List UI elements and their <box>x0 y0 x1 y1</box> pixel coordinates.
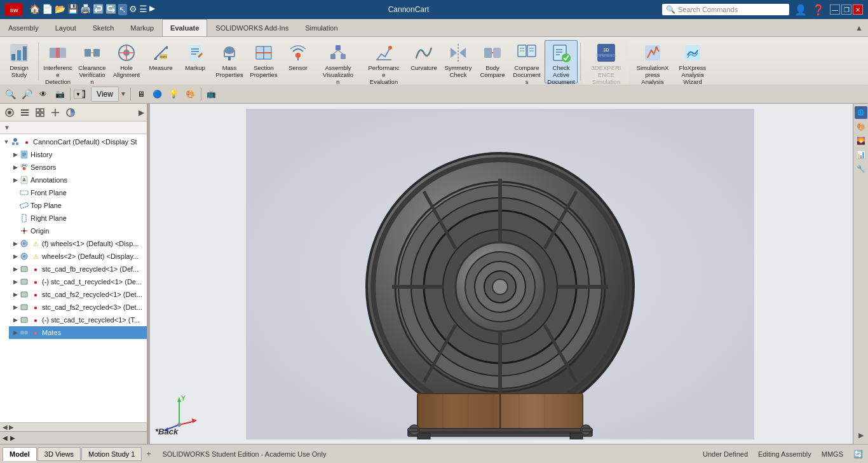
sidebar-pin-button[interactable] <box>48 106 62 120</box>
right-tools-button[interactable]: 🔧 <box>855 162 867 175</box>
mass-properties-button[interactable]: MassProperties <box>213 40 246 83</box>
right-appearance-button[interactable]: 🎨 <box>855 120 867 133</box>
root-expander[interactable]: ▼ <box>3 138 10 146</box>
simulationxpress-button[interactable]: SimulationXpressAnalysis Wizard <box>630 40 675 83</box>
sidebar-grid-button[interactable] <box>33 106 47 120</box>
tab-sketch[interactable]: Sketch <box>85 19 123 36</box>
print-icon[interactable]: 🖨️ <box>80 4 91 15</box>
tree-tc-recycled[interactable]: ▶ ● (-) stc_cad_tc_recycled<1> (T... <box>9 314 147 326</box>
display-style-button[interactable]: 🖥 <box>133 86 149 102</box>
sidebar-chart-button[interactable] <box>64 106 78 120</box>
right-scene-button[interactable]: 🌄 <box>855 134 867 147</box>
tab-model[interactable]: Model <box>3 447 37 461</box>
tree-root[interactable]: ▼ ● CannonCart (Default) <Display St <box>0 135 147 148</box>
tree-top-plane[interactable]: Top Plane <box>9 199 147 212</box>
nav-prev-arrow[interactable]: ◀ <box>3 434 8 441</box>
tab-3d-views[interactable]: 3D Views <box>37 447 81 461</box>
sidebar-filter-button[interactable] <box>3 106 17 120</box>
floxpress-button[interactable]: FloXpressAnalysisWizard <box>676 40 709 83</box>
tree-front-plane[interactable]: Front Plane <box>9 186 147 199</box>
shadows-button[interactable]: 🔵 <box>150 86 165 102</box>
tree-history[interactable]: ▶ History <box>9 148 147 161</box>
tree-wheels2[interactable]: ▶ ⚠ wheels<2> (Default) <Display... <box>9 250 147 263</box>
lighting-button[interactable]: 💡 <box>166 86 182 102</box>
save-icon[interactable]: 💾 <box>67 4 78 15</box>
symmetry-check-button[interactable]: SymmetryCheck <box>442 40 475 83</box>
undo-icon[interactable]: ↩️ <box>93 4 104 15</box>
tab-layout[interactable]: Layout <box>47 19 85 36</box>
measure-button[interactable]: mm Measure <box>144 40 177 83</box>
ribbon-collapse-button[interactable]: ▲ <box>850 24 868 32</box>
rebuild-icon[interactable]: 🔄 <box>853 450 863 459</box>
right-expand-button[interactable]: ▶ <box>855 429 867 441</box>
search-tool-button[interactable]: 🔍 <box>3 86 18 102</box>
tree-sensors[interactable]: ▶ Sensors <box>9 161 147 174</box>
tab-addins[interactable]: SOLIDWORKS Add-Ins <box>207 19 297 36</box>
new-icon[interactable]: 📄 <box>42 4 53 15</box>
screen-capture-button[interactable]: 📺 <box>204 86 219 102</box>
scroll-right-arrow[interactable]: ▶ <box>9 424 14 431</box>
clearance-verification-button[interactable]: ↔ ClearanceVerification <box>76 40 109 83</box>
sidebar-expand-arrow[interactable]: ▶ <box>139 108 144 117</box>
tree-right-plane[interactable]: Right Plane <box>9 212 147 225</box>
tab-motion-study[interactable]: Motion Study 1 <box>81 447 142 461</box>
mates-expander[interactable]: ▶ <box>11 329 19 336</box>
tab-markup[interactable]: Markup <box>122 19 162 36</box>
wheels2-expander[interactable]: ▶ <box>11 252 19 260</box>
tab-simulation[interactable]: Simulation <box>297 19 346 36</box>
body-compare-button[interactable]: BodyCompare <box>476 40 509 83</box>
tc-recycled-expander[interactable]: ▶ <box>11 316 19 324</box>
search-commands-box[interactable]: 🔍 Search Commands <box>662 4 789 15</box>
markup-button[interactable]: Markup <box>179 40 212 83</box>
help-icon[interactable]: ❓ <box>812 4 825 16</box>
viewport[interactable]: Y *Back <box>147 104 853 444</box>
home-icon[interactable]: 🏠 <box>29 4 40 15</box>
design-study-button[interactable]: DesignStudy <box>3 40 36 83</box>
camera-button[interactable]: 📷 <box>52 86 67 102</box>
right-eval-button[interactable]: 📊 <box>855 148 867 161</box>
expand-icon[interactable]: ▶ <box>149 4 155 15</box>
fb-recycled-expander[interactable]: ▶ <box>11 265 19 273</box>
performance-evaluation-button[interactable]: PerformanceEvaluation <box>362 40 406 83</box>
sensor-button[interactable]: Sensor <box>281 40 315 83</box>
zoom-tool-button[interactable]: 🔎 <box>19 86 34 102</box>
fs2-recycled3-expander[interactable]: ▶ <box>11 303 19 311</box>
sensors-expander[interactable]: ▶ <box>11 163 19 171</box>
tree-origin[interactable]: Origin <box>9 225 147 237</box>
tree-fs2-recycled3[interactable]: ▶ ● stc_cad_fs2_recycled<3> (Det... <box>9 301 147 314</box>
3dexperience-button[interactable]: 3D EXPERIENCE 3DEXPERIENCESimulationConn… <box>583 40 629 83</box>
fs2-recycled1-expander[interactable]: ▶ <box>11 291 19 298</box>
right-view-button[interactable]: 🌐 <box>855 106 867 119</box>
tree-wheels1[interactable]: ▶ ⚠ (f) wheels<1> (Default) <Disp... <box>9 237 147 250</box>
open-icon[interactable]: 📂 <box>55 4 65 15</box>
close-button[interactable]: ✕ <box>853 4 863 15</box>
restore-button[interactable]: ❐ <box>841 4 851 15</box>
curvature-button[interactable]: Curvature <box>407 40 440 83</box>
sidebar-list-button[interactable] <box>18 106 32 120</box>
annotations-expander[interactable]: ▶ <box>11 176 19 184</box>
view-orient-button[interactable]: View <box>91 86 119 102</box>
hole-alignment-button[interactable]: HoleAlignment <box>110 40 143 83</box>
options-icon[interactable]: ☰ <box>139 4 147 15</box>
compare-documents-button[interactable]: CompareDocuments <box>510 40 543 83</box>
tree-annotations[interactable]: ▶ A Annotations <box>9 174 147 186</box>
section-properties-button[interactable]: SectionProperties <box>247 40 280 83</box>
wheels1-expander[interactable]: ▶ <box>11 240 19 247</box>
tree-mates[interactable]: ▶ ● Mates <box>9 326 147 339</box>
scene-button[interactable]: 🎨 <box>183 86 198 102</box>
minimize-button[interactable]: — <box>830 4 840 15</box>
scroll-left-arrow[interactable]: ◀ <box>3 424 8 431</box>
nav-next-arrow[interactable]: ▶ <box>10 434 15 441</box>
tree-fs2-recycled1[interactable]: ▶ ● stc_cad_fs2_recycled<1> (Det... <box>9 288 147 301</box>
sidebar-collapse-button[interactable]: ▼ <box>74 90 83 99</box>
tab-evaluate[interactable]: Evaluate <box>162 19 207 36</box>
add-motion-study-button[interactable]: + <box>142 448 154 460</box>
assembly-visualization-button[interactable]: AssemblyVisualization <box>316 40 360 83</box>
snap-icon[interactable]: ⚙ <box>129 4 137 15</box>
user-icon[interactable]: 👤 <box>794 4 807 16</box>
interference-detection-button[interactable]: InterferenceDetection <box>41 40 74 83</box>
check-active-document-button[interactable]: Check ActiveDocument <box>545 40 578 83</box>
cursor-icon[interactable]: ↖ <box>118 4 127 15</box>
tree-t-recycled[interactable]: ▶ ● (-) stc_cad_t_recycled<1> (De... <box>9 275 147 288</box>
tree-fb-recycled[interactable]: ▶ ● stc_cad_fb_recycled<1> (Def... <box>9 263 147 275</box>
